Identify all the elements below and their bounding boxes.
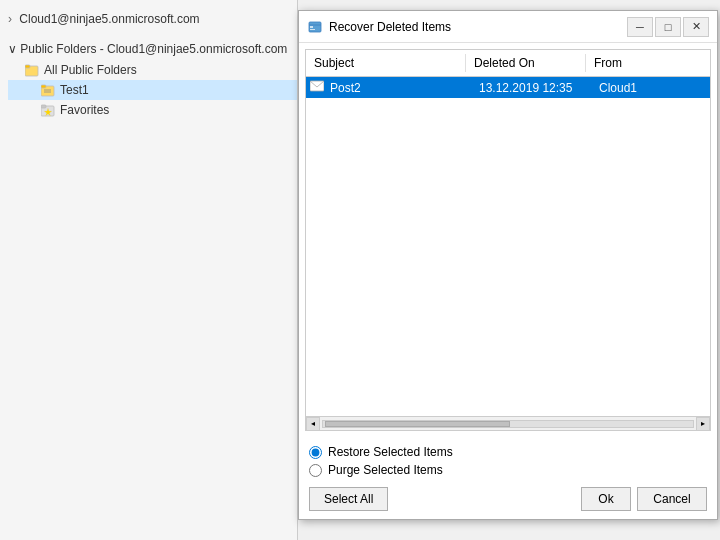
row-deleted-on: 13.12.2019 12:35 xyxy=(471,81,591,95)
folder-icon xyxy=(24,63,40,77)
deleted-on-column-header: Deleted On xyxy=(466,54,586,72)
purge-radio-item[interactable]: Purge Selected Items xyxy=(309,463,707,477)
all-public-folders-item[interactable]: All Public Folders xyxy=(8,60,297,80)
dialog-title-icon xyxy=(307,19,323,35)
scroll-right-arrow[interactable]: ▸ xyxy=(696,417,710,431)
recover-deleted-items-dialog: Recover Deleted Items ─ □ ✕ Subject Dele… xyxy=(298,10,718,520)
restore-button[interactable]: □ xyxy=(655,17,681,37)
restore-radio-item[interactable]: Restore Selected Items xyxy=(309,445,707,459)
all-public-folders-label: All Public Folders xyxy=(44,63,137,77)
svg-rect-11 xyxy=(310,26,313,28)
items-table: Subject Deleted On From Post2 13.12.2019… xyxy=(305,49,711,431)
scroll-thumb[interactable] xyxy=(325,421,510,427)
chevron-down-icon: ∨ xyxy=(8,42,17,56)
scroll-left-arrow[interactable]: ◂ xyxy=(306,417,320,431)
public-folders-header[interactable]: ∨ Public Folders - Cloud1@ninjae5.onmicr… xyxy=(0,38,297,60)
dialog-controls: ─ □ ✕ xyxy=(627,17,709,37)
from-column-header: From xyxy=(586,54,686,72)
account-header[interactable]: › Cloud1@ninjae5.onmicrosoft.com xyxy=(0,8,297,30)
svg-rect-12 xyxy=(310,29,315,30)
table-row[interactable]: Post2 13.12.2019 12:35 Cloud1 xyxy=(306,77,710,98)
test1-label: Test1 xyxy=(60,83,89,97)
dialog-bottom: Restore Selected Items Purge Selected It… xyxy=(299,437,717,519)
restore-radio-label: Restore Selected Items xyxy=(328,445,453,459)
restore-radio[interactable] xyxy=(309,446,322,459)
purge-radio-label: Purge Selected Items xyxy=(328,463,443,477)
test1-item[interactable]: Test1 xyxy=(8,80,297,100)
dialog-title: Recover Deleted Items xyxy=(329,20,627,34)
subject-column-header: Subject xyxy=(306,54,466,72)
favorites-label: Favorites xyxy=(60,103,109,117)
horizontal-scrollbar[interactable]: ◂ ▸ xyxy=(306,416,710,430)
public-folders-label: Public Folders - Cloud1@ninjae5.onmicros… xyxy=(20,42,287,56)
account-label: Cloud1@ninjae5.onmicrosoft.com xyxy=(19,12,199,26)
table-body: Post2 13.12.2019 12:35 Cloud1 xyxy=(306,77,710,416)
button-row: Select All Ok Cancel xyxy=(309,487,707,511)
table-header: Subject Deleted On From xyxy=(306,50,710,77)
row-from: Cloud1 xyxy=(591,81,691,95)
email-row-icon xyxy=(306,80,326,95)
select-all-button[interactable]: Select All xyxy=(309,487,388,511)
close-button[interactable]: ✕ xyxy=(683,17,709,37)
dialog-titlebar: Recover Deleted Items ─ □ ✕ xyxy=(299,11,717,43)
svg-rect-7 xyxy=(41,105,46,108)
svg-rect-3 xyxy=(41,85,46,88)
minimize-button[interactable]: ─ xyxy=(627,17,653,37)
ok-button[interactable]: Ok xyxy=(581,487,631,511)
favorites-icon xyxy=(40,103,56,117)
folder-tree-panel: › Cloud1@ninjae5.onmicrosoft.com ∨ Publi… xyxy=(0,0,298,540)
cancel-button[interactable]: Cancel xyxy=(637,487,707,511)
ok-cancel-group: Ok Cancel xyxy=(581,487,707,511)
radio-group: Restore Selected Items Purge Selected It… xyxy=(309,445,707,477)
row-subject: Post2 xyxy=(326,81,471,95)
folder-tree: All Public Folders Test1 xyxy=(0,60,297,120)
scroll-track[interactable] xyxy=(322,420,694,428)
folder-note-icon xyxy=(40,83,56,97)
favorites-item[interactable]: Favorites xyxy=(8,100,297,120)
purge-radio[interactable] xyxy=(309,464,322,477)
chevron-right-icon: › xyxy=(8,12,12,26)
svg-rect-1 xyxy=(25,65,30,68)
